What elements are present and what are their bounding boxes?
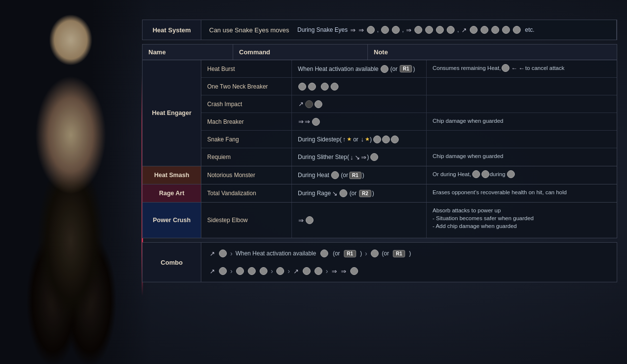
btn8 [470, 26, 478, 34]
heat-system-command: During Snake Eyes ⇒ ⇒ , , ⇒ , ↗ [297, 26, 534, 34]
move-note-notorious: Or during Heat, during [427, 166, 617, 184]
comma1: , [377, 26, 379, 33]
th-command: Command [233, 45, 368, 60]
table-row: Sidestep Elbow ⇒ Absorb attacks to power… [201, 203, 617, 238]
cl2-btn6 [303, 267, 311, 275]
nm-note-btn1 [472, 170, 480, 178]
move-note-total: Erases opponent's recoverable health on … [427, 184, 617, 202]
move-name-otnb: One Two Neck Breaker [201, 78, 292, 95]
btn6 [436, 26, 444, 34]
btn4 [414, 26, 422, 34]
se-btn1 [306, 216, 314, 224]
sf-btn1 [373, 136, 381, 143]
star1: ★ [347, 136, 352, 142]
move-note-heat-burst: Consumes remaining Heat, ← ← to cancel a… [427, 60, 617, 77]
move-cmd-crash: ↗ [292, 95, 427, 113]
power-crush-group: Power Crush Sidestep Elbow ⇒ Absorb atta… [143, 203, 617, 238]
btn10 [491, 26, 499, 34]
comma2: , [402, 26, 404, 33]
table-row: Crash Impact ↗ [201, 95, 617, 113]
move-note-sidestep: Absorb attacks to power up - Situation b… [427, 203, 617, 238]
move-cmd-otnb [292, 78, 427, 95]
btn11 [502, 26, 510, 34]
heat-engager-label: Heat Engager [143, 60, 201, 166]
heat-system-row: Heat System Can use Snake Eyes moves Dur… [142, 20, 617, 40]
req-btn [370, 153, 378, 161]
btn9 [481, 26, 488, 34]
combo-line-1: ↗ › When Heat activation available (or R… [209, 247, 609, 260]
combo-section: Combo ↗ › When Heat activation available… [142, 242, 617, 282]
cl1-btn2 [320, 250, 328, 257]
move-cmd-requiem: During Slither Step( ↓ ↘ ⇒ ) [292, 148, 427, 166]
cl2-btn3 [248, 267, 256, 275]
cl2-btn4 [260, 267, 267, 275]
cl1-r1-2: R1 [393, 250, 405, 257]
cl1-r1-1: R1 [344, 250, 356, 257]
power-crush-rows: Sidestep Elbow ⇒ Absorb attacks to power… [201, 203, 617, 238]
nm-btn1 [331, 171, 339, 179]
move-name-crash: Crash Impact [201, 95, 292, 113]
rage-art-label: Rage Art [143, 184, 201, 202]
arrow-up: ↗ [461, 26, 467, 34]
move-note-snake-fang [427, 131, 617, 148]
move-cmd-snake-fang: During Sidestep( ↑ ★ or ↓ ★ ) [292, 131, 427, 148]
heat-smash-group: Heat Smash Notorious Monster During Heat… [143, 166, 617, 184]
arrow1: ⇒ [350, 26, 356, 34]
rage-art-rows: Total Vandalization During Rage ↘ (or R2… [201, 184, 617, 202]
nb3 [321, 83, 329, 91]
sf-btn2 [382, 136, 390, 143]
move-name-notorious: Notorious Monster [201, 166, 292, 184]
cl2-btn7 [314, 267, 322, 275]
character-area [0, 0, 152, 364]
move-name-snake-fang: Snake Fang [201, 131, 292, 148]
btn1 [367, 26, 375, 34]
heat-system-label: Heat System [143, 20, 201, 40]
combo-line-2: ↗ › › › ↗ › ⇒ ⇒ [209, 264, 609, 278]
moves-table: Name Command Note Heat Engager Heat Burs… [142, 44, 617, 238]
cl2-btn8 [350, 267, 358, 275]
table-row: Notorious Monster During Heat (or R1 ) O… [201, 166, 617, 184]
cl2-btn1 [219, 267, 227, 275]
during-text: During Snake Eyes [297, 26, 348, 33]
notation-otnb [298, 83, 339, 91]
cl2-btn5 [276, 267, 284, 275]
nm-note-btn3 [507, 170, 515, 178]
move-note-otnb [427, 78, 617, 95]
table-row: Requiem During Slither Step( ↓ ↘ ⇒ ) Chi… [201, 148, 617, 166]
move-note-crash [427, 95, 617, 113]
move-name-sidestep: Sidestep Elbow [201, 203, 292, 238]
table-row: Snake Fang During Sidestep( ↑ ★ or ↓ ★ ) [201, 131, 617, 148]
cl1-btn3 [371, 250, 379, 257]
move-name-mach: Mach Breaker [201, 113, 292, 130]
heat-smash-label: Heat Smash [143, 166, 201, 184]
btn-r1-1: R1 [400, 65, 412, 72]
table-row: Mach Breaker ⇒ ⇒ Chip damage when guarde… [201, 113, 617, 131]
character-portrait [5, 12, 142, 364]
crash-btn2 [314, 100, 322, 108]
main-content: Heat System Can use Snake Eyes moves Dur… [142, 20, 617, 282]
btn3 [392, 26, 400, 34]
nb2 [308, 83, 316, 91]
move-note-requiem: Chip damage when guarded [427, 148, 617, 166]
rage-art-group: Rage Art Total Vandalization During Rage… [143, 184, 617, 203]
sf-btn3 [391, 136, 399, 143]
heat-system-content: Can use Snake Eyes moves During Snake Ey… [201, 20, 617, 40]
nb4 [331, 83, 338, 91]
move-cmd-heat-burst: When Heat activation available (or R1 ) [292, 60, 427, 77]
move-name-heat-burst: Heat Burst [201, 60, 292, 77]
table-row: One Two Neck Breaker [201, 78, 617, 95]
move-cmd-notorious: During Heat (or R1 ) [292, 166, 427, 184]
tv-r2: R2 [359, 190, 371, 197]
btn-circle1 [381, 65, 388, 73]
table-header: Name Command Note [143, 45, 617, 60]
combo-content: ↗ › When Heat activation available (or R… [201, 243, 617, 282]
arrow3: ⇒ [406, 26, 411, 34]
cl2-btn2 [236, 267, 244, 275]
etc-text: etc. [525, 26, 534, 33]
btn7 [447, 26, 455, 34]
table-row: Heat Burst When Heat activation availabl… [201, 60, 617, 78]
move-name-total: Total Vandalization [201, 184, 292, 202]
heat-engager-group: Heat Engager Heat Burst When Heat activa… [143, 60, 617, 166]
nb1 [298, 83, 306, 91]
heat-system-move: Can use Snake Eyes moves [209, 26, 297, 34]
